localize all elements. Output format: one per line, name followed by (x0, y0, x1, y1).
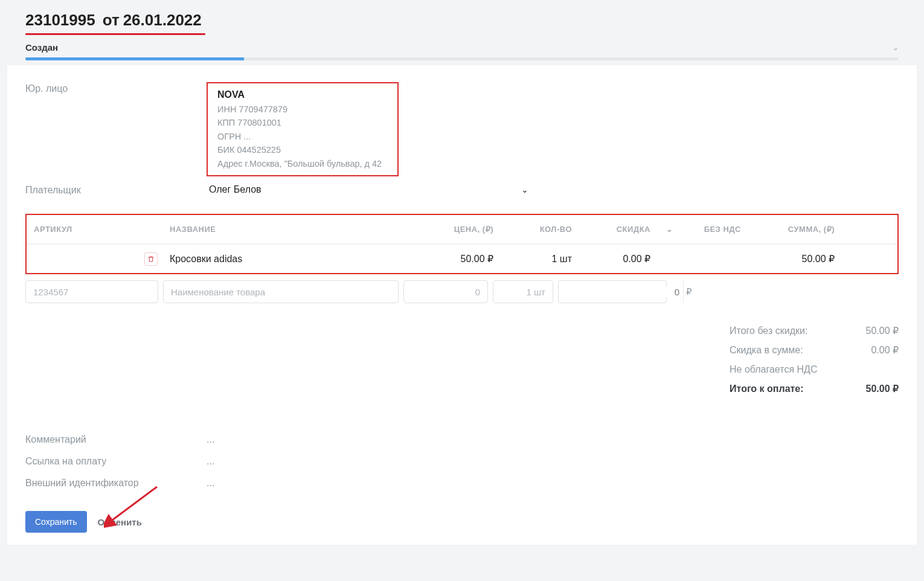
item-price[interactable]: 50.00 ₽ (392, 253, 501, 265)
novat-label: Не облагается НДС (730, 360, 817, 379)
entity-kpp: КПП 770801001 (217, 116, 388, 129)
discount-row: Скидка в сумме: 0.00 ₽ (730, 341, 899, 360)
qty-input[interactable] (493, 280, 553, 303)
col-novat: БЕЗ НДС (682, 225, 748, 234)
novat-row: Не облагается НДС (730, 360, 899, 379)
final-row: Итого к оплате: 50.00 ₽ (730, 379, 899, 399)
col-price: ЦЕНА, (₽) (392, 225, 501, 234)
article-input[interactable] (25, 280, 158, 303)
entity-inn: ИНН 7709477879 (217, 103, 388, 116)
chevron-down-icon[interactable]: ⌄ (658, 225, 682, 234)
item-sum: 50.00 ₽ (748, 253, 842, 265)
col-discount: СКИДКА (579, 225, 658, 234)
discount-suffix[interactable]: ₽ (683, 281, 698, 303)
item-qty[interactable]: 1 шт (501, 254, 579, 265)
entity-name: NOVA (217, 89, 388, 100)
col-name: НАЗВАНИЕ (162, 225, 392, 234)
button-row: Сохранить Отменить (25, 511, 899, 533)
payer-value[interactable]: Олег Белов (207, 184, 261, 195)
name-input[interactable] (163, 280, 399, 303)
entity-ogrn: ОГРН ... (217, 130, 388, 143)
payer-row: Плательщик Олег Белов ⌄ (25, 184, 899, 196)
subtotal-value: 50.00 ₽ (866, 321, 899, 341)
totals-block: Итого без скидки: 50.00 ₽ Скидка в сумме… (730, 321, 899, 399)
entity-label: Юр. лицо (25, 82, 207, 94)
order-number: 23101995 (25, 11, 95, 30)
table-row: Кросовки adidas 50.00 ₽ 1 шт 0.00 ₽ 50.0… (27, 244, 897, 273)
comment-value: ... (207, 434, 214, 445)
items-header: АРТИКУЛ НАЗВАНИЕ ЦЕНА, (₽) КОЛ-ВО СКИДКА… (27, 215, 897, 244)
status-label: Создан (25, 42, 58, 53)
order-date: 26.01.2022 (123, 11, 202, 30)
paylink-value: ... (207, 456, 214, 467)
status-progress (25, 57, 899, 60)
chevron-down-icon: ⌄ (893, 43, 899, 52)
new-item-row: ₽ (25, 280, 899, 303)
save-button[interactable]: Сохранить (25, 511, 87, 533)
subtotal-row: Итого без скидки: 50.00 ₽ (730, 321, 899, 341)
entity-address: Адрес г.Москва, "Большой бульвар, д 42 (217, 157, 388, 170)
cancel-button[interactable]: Отменить (98, 517, 142, 527)
entity-row: Юр. лицо NOVA ИНН 7709477879 КПП 7708010… (25, 82, 899, 176)
discount-input[interactable] (559, 287, 683, 297)
extid-label: Внешний идентификатор (25, 478, 207, 489)
subtotal-label: Итого без скидки: (730, 321, 807, 341)
entity-bik: БИК 044525225 (217, 143, 388, 156)
discount-value: 0.00 ₽ (871, 341, 899, 360)
entity-details-box[interactable]: NOVA ИНН 7709477879 КПП 770801001 ОГРН .… (207, 82, 399, 176)
col-qty: КОЛ-ВО (501, 225, 579, 234)
price-input[interactable] (403, 280, 488, 303)
discount-label: Скидка в сумме: (730, 341, 803, 360)
payer-label: Плательщик (25, 184, 207, 196)
order-title-row: 23101995 от 26.01.2022 (25, 11, 917, 30)
main-card: Юр. лицо NOVA ИНН 7709477879 КПП 7708010… (7, 65, 917, 545)
item-name[interactable]: Кросовки adidas (162, 254, 392, 265)
trash-icon[interactable] (144, 252, 158, 266)
chevron-down-icon[interactable]: ⌄ (521, 185, 528, 194)
paylink-row[interactable]: Ссылка на оплату ... (25, 451, 899, 472)
extid-value: ... (207, 478, 214, 489)
col-sum: СУММА, (₽) (748, 225, 842, 234)
comment-label: Комментарий (25, 434, 207, 445)
item-discount[interactable]: 0.00 ₽ (579, 253, 658, 265)
title-underline-annotation (25, 33, 205, 35)
comment-row[interactable]: Комментарий ... (25, 429, 899, 451)
col-article: АРТИКУЛ (27, 225, 162, 234)
discount-input-wrap: ₽ (558, 280, 667, 303)
meta-block: Комментарий ... Ссылка на оплату ... Вне… (25, 429, 899, 494)
extid-row[interactable]: Внешний идентификатор ... (25, 472, 899, 494)
final-label: Итого к оплате: (730, 379, 804, 399)
paylink-label: Ссылка на оплату (25, 456, 207, 467)
items-table: АРТИКУЛ НАЗВАНИЕ ЦЕНА, (₽) КОЛ-ВО СКИДКА… (25, 214, 899, 274)
status-row[interactable]: Создан ⌄ (25, 42, 899, 53)
final-value: 50.00 ₽ (866, 379, 899, 399)
order-date-prefix: от (103, 11, 120, 30)
